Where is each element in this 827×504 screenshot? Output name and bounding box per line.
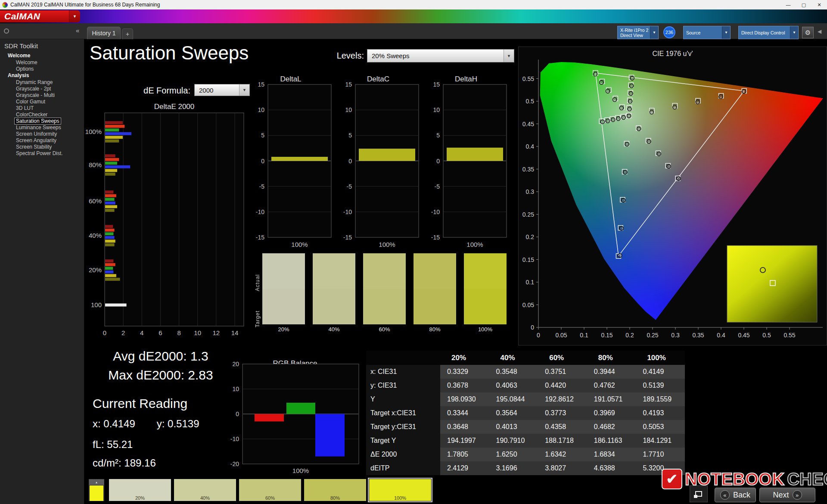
table-cell: 184.1291 (636, 434, 685, 448)
filmstrip-swatch-40%[interactable]: 40% (174, 479, 236, 501)
axis-label: 100% (466, 241, 483, 248)
axis-label: 0.55 (522, 75, 534, 82)
sidebar-item-color-gamut[interactable]: Color Gamut (0, 98, 84, 105)
axis-label: 0.2 (625, 332, 634, 339)
table-cell: 1.6342 (538, 448, 587, 461)
axis-label: 12 (213, 329, 220, 336)
sidebar-item-grayscale-multi[interactable]: Grayscale - Multi (0, 92, 84, 98)
sidebar-item-options[interactable]: Options (0, 65, 84, 72)
calman-logo[interactable]: CalMAN ▼ (0, 10, 80, 22)
sidebar-item-colorchecker[interactable]: ColorChecker (0, 111, 84, 118)
deltae-bar (105, 165, 130, 168)
table-row-label: Target x:CIE31 (366, 406, 440, 420)
tab-history-1[interactable]: History 1 (87, 27, 121, 39)
table-cell: 0.5139 (636, 379, 685, 392)
sidebar-section-welcome[interactable]: Welcome (0, 52, 84, 59)
sidebar-collapse-icon[interactable]: « (76, 27, 79, 34)
filmstrip-swatch-100%[interactable]: 100% (369, 479, 431, 501)
table-cell: 0.3329 (440, 365, 489, 379)
layout-toggle-button[interactable] (690, 485, 708, 502)
axis-label: -5 (435, 183, 440, 190)
sidebar-item-screen-angularity[interactable]: Screen Angularity (0, 137, 84, 143)
filmstrip-swatch-80%[interactable]: 80% (304, 479, 366, 501)
axis-label: 0.1 (526, 279, 535, 286)
sidebar-item-saturation-sweeps[interactable]: Saturation Sweeps (0, 118, 84, 124)
sidebar-section-analysis[interactable]: Analysis (0, 72, 84, 79)
table-col-header: 60% (538, 351, 587, 365)
table-row-label: Target y:CIE31 (366, 420, 440, 434)
source-dropdown[interactable]: Source ▼ (683, 26, 731, 39)
logo-dropdown-icon[interactable]: ▼ (69, 10, 80, 22)
source-dropdown-icon[interactable]: ▼ (722, 26, 730, 39)
sidebar-item-grayscale-2pt[interactable]: Grayscale - 2pt (0, 85, 84, 92)
filmstrip-up-icon[interactable]: ▲ (89, 479, 104, 485)
cie-measured-circle (613, 98, 617, 102)
filmstrip-swatch-label: 40% (174, 495, 236, 501)
window-title: CalMAN 2019 CalMAN Ultimate for Business… (10, 2, 780, 8)
table-corner-cell (366, 351, 440, 365)
table-cell: 186.1163 (587, 434, 636, 448)
axis-label: 0 (236, 411, 239, 417)
swatch-compare-panel: Actual Target 20%40%60%80%100% (253, 251, 515, 339)
sidebar-item-welcome[interactable]: Welcome (0, 59, 84, 65)
sweep-swatch-100%: 100% (464, 253, 507, 324)
levels-value: 20% Sweeps (367, 52, 504, 59)
sidebar-item-screen-uniformity[interactable]: Screen Uniformity (0, 131, 84, 137)
sidebar-item-screen-stability[interactable]: Screen Stability (0, 143, 84, 150)
cie-measured-circle (623, 170, 627, 174)
levels-dropdown-icon[interactable]: ▼ (504, 50, 514, 62)
session-icon[interactable] (4, 28, 9, 34)
axis-label: -5 (259, 183, 265, 190)
display-control-label: Direct Display Control (741, 30, 790, 35)
table-row: ΔE 20001.78051.62501.63421.68341.7710 (366, 448, 685, 461)
watermark-word-check: CHECK (787, 470, 827, 489)
cie-measured-circle (650, 110, 653, 114)
cie-measured-circle (625, 142, 629, 146)
levels-dropdown[interactable]: 20% Sweeps ▼ (367, 49, 514, 62)
minimize-icon[interactable]: — (780, 0, 796, 9)
maximize-icon[interactable]: ▢ (796, 0, 811, 9)
next-chevron-icon: » (793, 490, 802, 500)
gear-icon[interactable]: ⚙ (802, 27, 814, 38)
back-button[interactable]: « Back (715, 488, 756, 502)
sidebar-item-3d-lut[interactable]: 3D LUT (0, 105, 84, 111)
sidebar-item-spectral-power-dist-[interactable]: Spectral Power Dist. (0, 150, 84, 156)
deltae-bar (105, 128, 119, 131)
deltae-bar (105, 154, 115, 157)
table-row-label: Y (366, 392, 440, 406)
swatch-actual (414, 253, 456, 289)
filmstrip-swatch-20%[interactable]: 20% (109, 479, 171, 501)
deltae-bar (105, 136, 123, 139)
filmstrip-swatch-label: 60% (239, 495, 301, 501)
axis-label: 10 (345, 106, 352, 113)
axis-label: 0.55 (783, 332, 795, 339)
sidebar-item-dynamic-range[interactable]: Dynamic Range (0, 79, 84, 85)
cie-measured-circle (677, 177, 681, 180)
filmstrip-current-patch[interactable]: ▲ (89, 479, 104, 501)
deltae-bar (105, 236, 115, 239)
axis-label: 8 (177, 329, 180, 336)
next-button[interactable]: Next » (759, 488, 815, 502)
axis-label: -10 (230, 436, 239, 442)
display-control-dropdown[interactable]: Direct Display Control ▼ (738, 26, 799, 39)
sidebar-item-luminance-sweeps[interactable]: Luminance Sweeps (0, 124, 84, 131)
add-tab-button[interactable]: + (122, 28, 133, 39)
panel-collapse-icon[interactable]: ◀ (818, 28, 821, 34)
deltae-bar (105, 304, 127, 307)
levels-label: Levels: (321, 51, 364, 61)
meter-dropdown[interactable]: X-Rite i1Pro 2Direct View ▼ (617, 26, 659, 39)
axis-label: -20 (230, 460, 239, 467)
deltae-bar (105, 162, 117, 165)
close-icon[interactable]: ✕ (811, 0, 827, 9)
display-dropdown-icon[interactable]: ▼ (790, 26, 798, 39)
axis-label: 0.05 (555, 332, 567, 339)
notebookcheck-watermark: ✔ NOTEBOOK CHECK (662, 469, 827, 489)
cie-measured-circle (606, 89, 610, 93)
meter-dropdown-icon[interactable]: ▼ (650, 26, 658, 39)
cie-measured-circle (630, 76, 634, 80)
deltal-chart: 151050-5-10-15100% (241, 82, 340, 252)
swatch-label: 80% (414, 326, 456, 333)
deltae-bar (105, 259, 113, 262)
filmstrip-swatch-60%[interactable]: 60% (239, 479, 301, 501)
deltac-chart: 151050-5-10-15100% (329, 82, 428, 252)
